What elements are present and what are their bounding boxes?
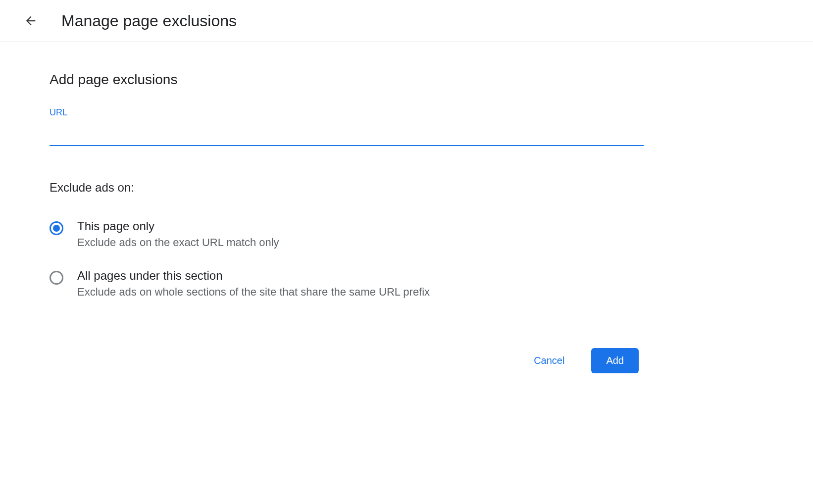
header: Manage page exclusions — [0, 0, 813, 42]
page-title: Manage page exclusions — [61, 12, 237, 30]
radio-text: All pages under this section Exclude ads… — [77, 269, 644, 299]
content: Add page exclusions URL Exclude ads on: … — [0, 42, 693, 388]
url-input-group: URL — [50, 107, 644, 146]
arrow-left-icon — [24, 14, 38, 28]
cancel-button[interactable]: Cancel — [519, 348, 579, 373]
radio-title: This page only — [77, 219, 644, 233]
section-title: Add page exclusions — [50, 72, 644, 88]
button-row: Cancel Add — [50, 348, 644, 373]
radio-title: All pages under this section — [77, 269, 644, 283]
back-button[interactable] — [20, 10, 42, 32]
radio-group: This page only Exclude ads on the exact … — [50, 219, 644, 299]
radio-option-this-page[interactable]: This page only Exclude ads on the exact … — [50, 219, 644, 249]
radio-description: Exclude ads on whole sections of the sit… — [77, 286, 644, 299]
url-label: URL — [50, 107, 644, 118]
radio-button-selected[interactable] — [50, 221, 63, 235]
url-input[interactable] — [50, 122, 644, 146]
radio-description: Exclude ads on the exact URL match only — [77, 236, 644, 249]
radio-option-all-pages[interactable]: All pages under this section Exclude ads… — [50, 269, 644, 299]
add-button[interactable]: Add — [591, 348, 639, 373]
exclude-title: Exclude ads on: — [50, 181, 644, 195]
radio-button-unselected[interactable] — [50, 271, 63, 285]
radio-text: This page only Exclude ads on the exact … — [77, 219, 644, 249]
